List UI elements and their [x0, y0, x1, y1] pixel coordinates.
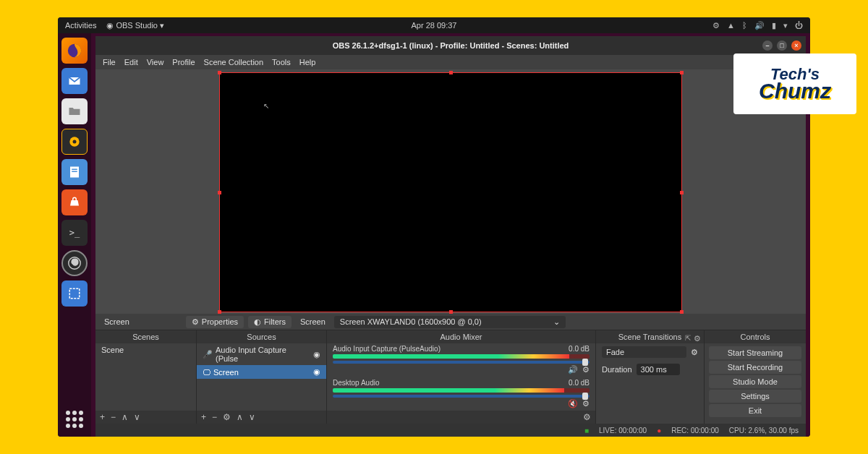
menu-view[interactable]: View: [147, 58, 164, 67]
source-up-button[interactable]: ∧: [237, 412, 243, 422]
source-settings-button[interactable]: ⚙: [223, 412, 231, 422]
dock-software[interactable]: [61, 189, 88, 215]
scene-up-button[interactable]: ∧: [122, 412, 128, 422]
filters-button[interactable]: ◐Filters: [248, 316, 292, 328]
cpu-status: CPU: 2.6%, 30.00 fps: [729, 427, 799, 434]
sources-header: Sources: [197, 330, 326, 343]
scenes-panel: Scenes Scene + − ∧ ∨: [95, 330, 197, 424]
activities-button[interactable]: Activities: [65, 21, 96, 30]
menu-file[interactable]: File: [103, 58, 116, 67]
menubar: File Edit View Profile Scene Collection …: [95, 55, 806, 69]
dock-rhythmbox[interactable]: [61, 129, 88, 155]
remove-source-button[interactable]: −: [212, 412, 217, 422]
system-tray[interactable]: ⚙ ▲ ᛒ 🔊 ▮ ▾ ⏻: [712, 21, 803, 30]
source-item[interactable]: 🖵Screen◉: [197, 365, 326, 379]
volume-slider[interactable]: [333, 395, 590, 398]
controls-panel: Controls Start Streaming Start Recording…: [705, 330, 806, 424]
remove-scene-button[interactable]: −: [111, 412, 116, 422]
menu-edit[interactable]: Edit: [124, 58, 138, 67]
volume-icon: 🔊: [754, 21, 765, 30]
add-scene-button[interactable]: +: [100, 412, 105, 422]
svg-rect-5: [72, 171, 77, 173]
power-icon: ⏻: [795, 21, 803, 30]
volume-slider[interactable]: [333, 361, 590, 364]
clock[interactable]: Apr 28 09:37: [412, 21, 457, 30]
settings-button[interactable]: Settings: [709, 390, 801, 403]
transitions-header: Scene Transitions⇱⚙: [596, 330, 704, 343]
mixer-header: Audio Mixer: [327, 330, 595, 343]
dock-screenshot[interactable]: [61, 280, 88, 307]
source-name-label: Screen: [100, 316, 134, 327]
dock-obs[interactable]: [61, 250, 88, 276]
menu-profile[interactable]: Profile: [172, 58, 195, 67]
mixer-settings-button[interactable]: ⚙: [583, 412, 591, 422]
gear-icon[interactable]: ⚙: [582, 365, 590, 374]
speaker-muted-icon[interactable]: 🔇: [568, 399, 578, 408]
watermark-logo: Tech's Chumz: [733, 53, 856, 114]
maximize-button[interactable]: □: [777, 40, 787, 51]
gear-icon: ⚙: [192, 317, 199, 327]
start-streaming-button[interactable]: Start Streaming: [709, 346, 801, 359]
track-name: Audio Input Capture (PulseAudio): [333, 345, 441, 353]
eye-icon[interactable]: ◉: [313, 350, 320, 359]
svg-point-2: [73, 140, 77, 144]
transition-select[interactable]: Fade: [602, 346, 686, 358]
app-menu[interactable]: ◉ OBS Studio ▾: [106, 21, 164, 30]
gear-icon[interactable]: ⚙: [691, 348, 698, 357]
source-down-button[interactable]: ∨: [249, 412, 255, 422]
svg-rect-7: [69, 288, 80, 299]
network-icon: ▲: [727, 21, 735, 30]
properties-button[interactable]: ⚙Properties: [186, 316, 244, 328]
duration-input[interactable]: 300 ms: [637, 364, 680, 375]
audio-mixer-panel: Audio Mixer Audio Input Capture (PulseAu…: [327, 330, 596, 424]
add-source-button[interactable]: +: [201, 412, 206, 422]
track-db: 0.0 dB: [569, 345, 590, 353]
menu-scene-collection[interactable]: Scene Collection: [204, 58, 264, 67]
scene-item[interactable]: Scene: [95, 343, 196, 356]
chevron-down-icon: ⌄: [553, 317, 560, 327]
settings-icon: ⚙: [712, 21, 720, 30]
preview-area[interactable]: ↖: [95, 69, 806, 314]
sources-panel: Sources 🎤Audio Input Capture (Pulse◉ 🖵Sc…: [197, 330, 327, 424]
chevron-down-icon: ▾: [783, 21, 788, 30]
status-indicator-icon: ■: [584, 427, 589, 434]
titlebar[interactable]: OBS 26.1.2+dfsg1-1 (linux) - Profile: Un…: [95, 36, 806, 55]
rec-indicator-icon: ●: [657, 427, 661, 434]
dock-files[interactable]: [61, 98, 88, 124]
dock-apps-grid[interactable]: [61, 406, 88, 432]
dock-terminal[interactable]: >_: [61, 220, 88, 246]
track-name: Desktop Audio: [333, 379, 380, 387]
bluetooth-icon: ᛒ: [742, 21, 747, 30]
speaker-icon[interactable]: 🔊: [568, 365, 578, 374]
mixer-track: Desktop Audio0.0 dB 🔇⚙: [327, 377, 595, 411]
window-title: OBS 26.1.2+dfsg1-1 (linux) - Profile: Un…: [333, 41, 569, 50]
minimize-button[interactable]: –: [762, 40, 773, 51]
obs-window: OBS 26.1.2+dfsg1-1 (linux) - Profile: Un…: [95, 36, 806, 437]
transitions-panel: Scene Transitions⇱⚙ Fade ⚙ Duration 300 …: [596, 330, 705, 424]
preview-canvas[interactable]: ↖: [219, 72, 682, 312]
close-button[interactable]: ×: [791, 40, 801, 51]
cursor-icon: ↖: [263, 102, 269, 110]
studio-mode-button[interactable]: Studio Mode: [709, 375, 801, 388]
scenes-header: Scenes: [95, 330, 196, 343]
dock: >_: [58, 33, 91, 437]
mixer-track: Audio Input Capture (PulseAudio)0.0 dB 🔊…: [327, 343, 595, 377]
statusbar: ■ LIVE: 00:00:00 ● REC: 00:00:00 CPU: 2.…: [95, 424, 806, 437]
gear-icon[interactable]: ⚙: [582, 399, 590, 408]
scene-down-button[interactable]: ∨: [134, 412, 140, 422]
dock-thunderbird[interactable]: [61, 68, 88, 94]
exit-button[interactable]: Exit: [709, 404, 801, 417]
source-item[interactable]: 🎤Audio Input Capture (Pulse◉: [197, 343, 326, 365]
eye-icon[interactable]: ◉: [313, 367, 320, 377]
rec-status: REC: 00:00:00: [671, 427, 719, 434]
menu-tools[interactable]: Tools: [272, 58, 291, 67]
source-toolbar: Screen ⚙Properties ◐Filters Screen Scree…: [95, 314, 806, 330]
duration-label: Duration: [602, 365, 632, 374]
live-status: LIVE: 00:00:00: [599, 427, 647, 434]
svg-rect-4: [72, 169, 77, 171]
start-recording-button[interactable]: Start Recording: [709, 361, 801, 374]
menu-help[interactable]: Help: [299, 58, 316, 67]
screen-select[interactable]: Screen XWAYLAND0 (1600x900 @ 0,0)⌄: [334, 316, 566, 328]
dock-firefox[interactable]: [61, 38, 88, 64]
dock-writer[interactable]: [61, 159, 88, 185]
